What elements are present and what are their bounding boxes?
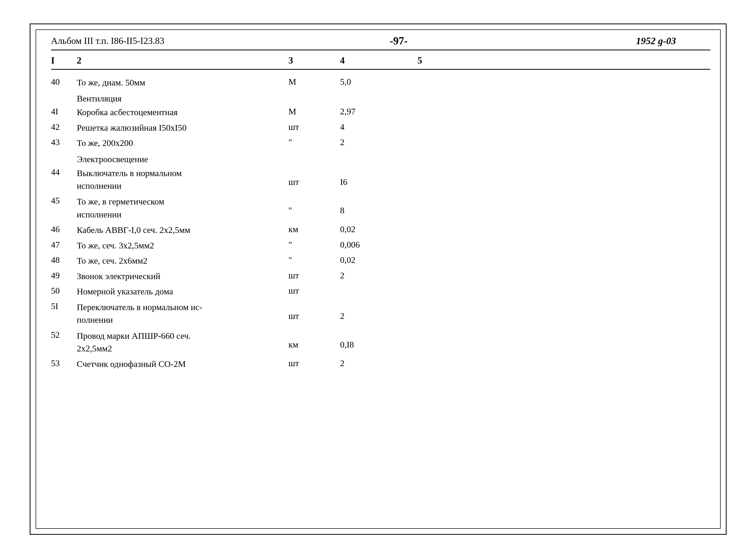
row-unit: шт — [289, 301, 340, 321]
page: Альбом III т.п. I86-II5-I23.83 -97- 1952… — [30, 24, 727, 535]
row-num: 46 — [51, 224, 77, 234]
row-num: 50 — [51, 285, 77, 296]
row-unit: км — [289, 329, 340, 350]
col-header-4: 4 — [340, 55, 418, 66]
row-desc: Выключатель в нормальном исполнении — [77, 167, 289, 193]
table-row: 40 То же, диам. 50мм М 5,0 — [51, 75, 710, 91]
row-qty: 0,02 — [340, 224, 418, 234]
column-headers: I 2 3 4 5 — [51, 50, 710, 70]
row-unit: М — [289, 106, 340, 117]
col-header-3: 3 — [289, 55, 340, 66]
page-number: -97- — [195, 34, 602, 47]
row-unit: " — [289, 239, 340, 250]
row-qty: 0,I8 — [340, 329, 418, 350]
row-unit: М — [289, 76, 340, 87]
row-qty: 8 — [340, 195, 418, 215]
row-desc: Счетчик однофазный СО-2М — [77, 358, 289, 370]
row-num: 45 — [51, 195, 77, 206]
table-row: 44 Выключатель в нормальном исполнении ш… — [51, 165, 710, 194]
table-row: 42 Решетка жалюзийная I50xI50 шт 4 — [51, 120, 710, 135]
row-unit: " — [289, 137, 340, 147]
row-num: 53 — [51, 358, 77, 368]
row-num: 4I — [51, 106, 77, 117]
row-qty: 0,02 — [340, 255, 418, 265]
row-qty: 2 — [340, 301, 418, 321]
row-unit: шт — [289, 358, 340, 368]
row-unit: шт — [289, 122, 340, 132]
row-unit: " — [289, 255, 340, 265]
row-unit: шт — [289, 167, 340, 187]
album-label: Альбом III т.п. I86-II5-I23.83 — [51, 35, 195, 46]
row-desc: То же, диам. 50мм — [77, 76, 289, 89]
row-num: 42 — [51, 122, 77, 132]
row-desc: То же, сеч. 3х2,5мм2 — [77, 239, 289, 252]
row-desc: То же, 200x200 — [77, 137, 289, 149]
row-qty: 2 — [340, 137, 418, 147]
row-desc: Провод марки АПШР-660 сеч. 2х2,5мм2 — [77, 329, 289, 355]
row-num: 5I — [51, 301, 77, 311]
table-row: 45 То же, в герметическом исполнении " 8 — [51, 194, 710, 222]
row-qty: I6 — [340, 167, 418, 187]
table-body: 40 То же, диам. 50мм М 5,0 Вентиляция 4I… — [51, 70, 710, 372]
row-qty: 2 — [340, 270, 418, 280]
row-qty: 2 — [340, 358, 418, 368]
header: Альбом III т.п. I86-II5-I23.83 -97- 1952… — [51, 34, 710, 50]
content: Альбом III т.п. I86-II5-I23.83 -97- 1952… — [30, 24, 726, 382]
section-header: Вентиляция — [51, 90, 710, 105]
table-row: 49 Звонок электрический шт 2 — [51, 269, 710, 284]
row-qty — [340, 285, 418, 286]
row-num: 43 — [51, 137, 77, 147]
section-header: Электроосвещение — [51, 151, 710, 165]
table-row: 5I Переключатель в нормальном ис- полнен… — [51, 299, 710, 328]
col-header-2: 2 — [77, 55, 289, 66]
row-desc: Коробка асбестоцементная — [77, 106, 289, 119]
row-qty: 0,006 — [340, 239, 418, 250]
row-desc: Номерной указатель дома — [77, 285, 289, 298]
row-num: 52 — [51, 329, 77, 340]
row-num: 48 — [51, 255, 77, 265]
row-desc: Переключатель в нормальном ис- полнении — [77, 301, 289, 326]
row-desc: То же, в герметическом исполнении — [77, 195, 289, 221]
row-desc: То же, сеч. 2х6мм2 — [77, 255, 289, 267]
row-num: 47 — [51, 239, 77, 250]
doc-number: 1952 g-03 — [602, 35, 710, 47]
row-qty: 2,97 — [340, 106, 418, 117]
table-row: 48 То же, сеч. 2х6мм2 " 0,02 — [51, 253, 710, 269]
row-unit: шт — [289, 270, 340, 280]
section-title: Вентиляция — [77, 94, 122, 104]
row-qty: 5,0 — [340, 76, 418, 87]
table-row: 43 То же, 200x200 " 2 — [51, 135, 710, 151]
col-header-5: 5 — [418, 55, 710, 66]
row-qty: 4 — [340, 122, 418, 132]
section-title: Электроосвещение — [77, 154, 148, 164]
table-row: 47 То же, сеч. 3х2,5мм2 " 0,006 — [51, 238, 710, 253]
table-row: 50 Номерной указатель дома шт — [51, 284, 710, 299]
row-desc: Звонок электрический — [77, 270, 289, 282]
row-unit: км — [289, 224, 340, 234]
row-unit: " — [289, 195, 340, 215]
table-row: 52 Провод марки АПШР-660 сеч. 2х2,5мм2 к… — [51, 328, 710, 357]
row-num: 49 — [51, 270, 77, 280]
table-row: 53 Счетчик однофазный СО-2М шт 2 — [51, 356, 710, 372]
row-desc: Решетка жалюзийная I50xI50 — [77, 122, 289, 134]
row-unit: шт — [289, 285, 340, 296]
table-row: 46 Кабель АВВГ-I,0 сеч. 2х2,5мм км 0,02 — [51, 222, 710, 238]
table-row: 4I Коробка асбестоцементная М 2,97 — [51, 105, 710, 120]
row-num: 40 — [51, 76, 77, 87]
row-desc: Кабель АВВГ-I,0 сеч. 2х2,5мм — [77, 224, 289, 236]
col-header-1: I — [51, 55, 77, 66]
row-num: 44 — [51, 167, 77, 177]
